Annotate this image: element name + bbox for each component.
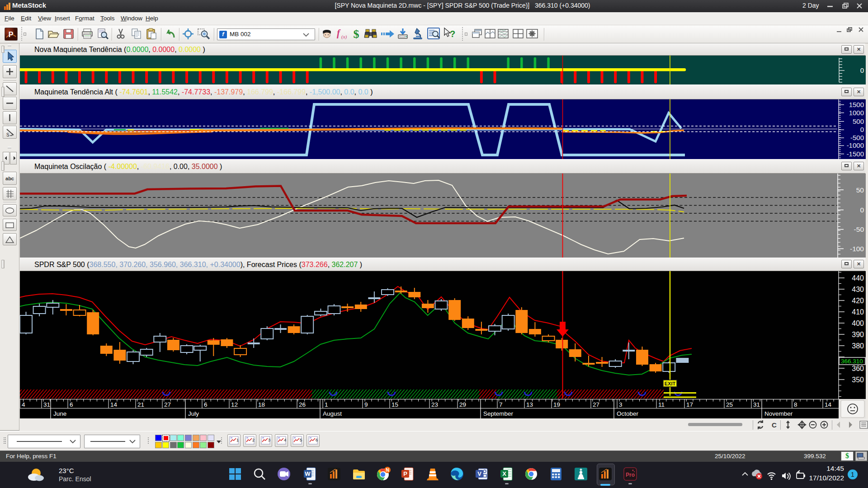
svg-text:1: 1 (325, 401, 328, 408)
svg-text:P: P (403, 470, 407, 477)
svg-text:-1500: -1500 (847, 150, 864, 158)
svg-text:-50: -50 (854, 225, 864, 233)
svg-text:(x): (x) (341, 34, 347, 40)
svg-text:31: 31 (43, 401, 50, 408)
svg-text:19: 19 (553, 401, 560, 408)
svg-text:July: July (188, 410, 199, 417)
svg-text:abc: abc (5, 176, 14, 181)
svg-text:430: 430 (852, 286, 864, 293)
svg-text:14: 14 (110, 401, 118, 408)
svg-text:9: 9 (364, 401, 368, 408)
svg-text:29: 29 (459, 401, 466, 408)
svg-text:0: 0 (860, 66, 864, 74)
svg-text:350: 350 (852, 376, 864, 384)
svg-text:W: W (305, 470, 311, 477)
svg-text:N: N (386, 468, 389, 473)
svg-text:-100: -100 (850, 245, 864, 253)
svg-text:October: October (617, 410, 639, 417)
svg-text:Pro: Pro (626, 472, 635, 478)
svg-text:$: $ (354, 28, 359, 41)
svg-text:P: P (9, 31, 14, 38)
svg-text:8: 8 (794, 401, 797, 408)
svg-text:440: 440 (852, 274, 864, 282)
svg-text:-500: -500 (850, 134, 864, 141)
svg-text:366.310: 366.310 (841, 358, 863, 365)
svg-text:4: 4 (284, 437, 286, 442)
svg-text:X: X (502, 470, 506, 477)
svg-text:11: 11 (658, 401, 665, 408)
svg-text:12: 12 (231, 401, 238, 408)
svg-text:August: August (323, 410, 342, 417)
svg-text:f: f (337, 28, 341, 38)
svg-text:7: 7 (499, 401, 503, 408)
svg-text:15: 15 (392, 401, 398, 408)
svg-text:3: 3 (268, 437, 270, 442)
svg-text:6: 6 (70, 401, 73, 408)
svg-text:September: September (483, 410, 514, 417)
svg-text:500: 500 (853, 117, 864, 125)
svg-text:June: June (53, 410, 66, 417)
svg-text:27: 27 (164, 401, 171, 408)
svg-text:410: 410 (852, 308, 864, 316)
svg-text:380: 380 (852, 342, 864, 350)
svg-text:5: 5 (300, 437, 302, 442)
svg-text:1: 1 (236, 437, 239, 442)
svg-text:-1000: -1000 (847, 141, 864, 149)
svg-text:4: 4 (22, 401, 25, 408)
svg-text:14: 14 (825, 401, 832, 408)
svg-text:23: 23 (431, 401, 438, 408)
svg-text:0: 0 (860, 206, 864, 214)
svg-text:50: 50 (856, 186, 864, 194)
svg-text:November: November (764, 410, 793, 417)
svg-text:?: ? (450, 29, 455, 39)
svg-text:0: 0 (860, 126, 864, 133)
svg-text:26: 26 (299, 401, 306, 408)
svg-text:1500: 1500 (849, 101, 864, 108)
svg-text:EXIT: EXIT (665, 381, 676, 386)
svg-text:400: 400 (852, 319, 864, 327)
svg-text:2: 2 (252, 437, 255, 442)
svg-text:V: V (477, 470, 481, 477)
svg-text:C: C (772, 421, 777, 429)
svg-text:25: 25 (726, 401, 733, 408)
svg-text:31: 31 (753, 401, 760, 408)
svg-text:3: 3 (619, 401, 623, 408)
svg-text:1000: 1000 (849, 109, 864, 117)
svg-text:18: 18 (258, 401, 265, 408)
svg-text:21: 21 (137, 401, 144, 408)
svg-text:S: S (6, 132, 9, 137)
svg-text:13: 13 (526, 401, 533, 408)
svg-text:17: 17 (686, 401, 693, 408)
svg-text:420: 420 (852, 297, 864, 305)
svg-text:6: 6 (204, 401, 208, 408)
svg-text:360: 360 (852, 365, 864, 372)
svg-text:6: 6 (316, 437, 318, 442)
svg-text:27: 27 (593, 401, 599, 408)
svg-text:390: 390 (852, 331, 864, 338)
